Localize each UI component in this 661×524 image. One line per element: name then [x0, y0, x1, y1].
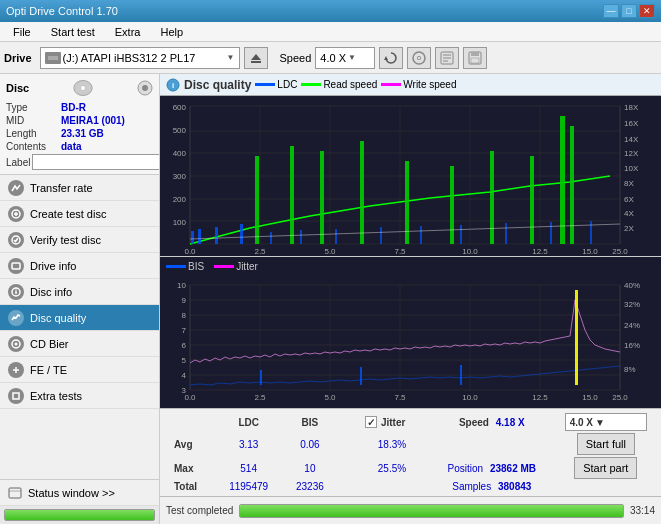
- jitter-checkbox[interactable]: ✓: [365, 416, 377, 428]
- svg-rect-78: [360, 141, 364, 244]
- speed-selector[interactable]: 4.0 X ▼: [315, 47, 375, 69]
- sidebar-item-drive-info[interactable]: Drive info: [0, 253, 159, 279]
- stat-col-empty2: [337, 412, 357, 432]
- close-button[interactable]: ✕: [639, 4, 655, 18]
- legend-jitter: Jitter: [214, 261, 258, 272]
- sidebar-item-disc-info[interactable]: Disc info: [0, 279, 159, 305]
- svg-rect-124: [260, 370, 262, 385]
- sidebar-item-label: Verify test disc: [30, 234, 101, 246]
- svg-rect-75: [255, 156, 259, 244]
- eject-button[interactable]: [244, 47, 268, 69]
- drive-value: (J:) ATAPI iHBS312 2 PL17: [63, 52, 225, 64]
- menu-file[interactable]: File: [4, 23, 40, 41]
- legend-jitter-label: Jitter: [236, 261, 258, 272]
- sidebar-item-label: Create test disc: [30, 208, 106, 220]
- position-value: 23862 MB: [490, 463, 536, 474]
- legend-bis-label: BIS: [188, 261, 204, 272]
- svg-text:7: 7: [182, 326, 187, 335]
- drive-selector[interactable]: (J:) ATAPI iHBS312 2 PL17 ▼: [40, 47, 240, 69]
- titlebar: Opti Drive Control 1.70 — □ ✕: [0, 0, 661, 22]
- disc-panel-title: Disc: [6, 82, 29, 94]
- dropdown-arrow-icon: ▼: [227, 53, 235, 62]
- svg-point-26: [15, 289, 16, 290]
- svg-text:40%: 40%: [624, 281, 640, 290]
- svg-text:7.5: 7.5: [394, 393, 406, 402]
- svg-rect-1: [48, 56, 58, 60]
- cd-bier-icon: [8, 336, 24, 352]
- stat-col-speed-set: 4.0 X ▼: [557, 412, 655, 432]
- stats-area: LDC BIS ✓ Jitter Speed 4: [160, 408, 661, 496]
- svg-rect-81: [490, 151, 494, 244]
- max-row: Max 514 10 25.5% Position 23862 MB Start…: [166, 456, 655, 480]
- svg-rect-23: [12, 263, 20, 269]
- svg-text:16%: 16%: [624, 341, 640, 350]
- sidebar-item-create-test-disc[interactable]: Create test disc: [0, 201, 159, 227]
- legend-write-speed-label: Write speed: [403, 79, 456, 90]
- maximize-button[interactable]: □: [621, 4, 637, 18]
- disc-button[interactable]: [407, 47, 431, 69]
- stat-speed-selector[interactable]: 4.0 X ▼: [565, 413, 647, 431]
- label-input[interactable]: [32, 154, 160, 170]
- svg-text:10: 10: [177, 281, 186, 290]
- svg-rect-3: [251, 61, 261, 63]
- svg-text:0.0: 0.0: [184, 247, 196, 256]
- sidebar-item-label: Transfer rate: [30, 182, 93, 194]
- sidebar-item-label: Disc quality: [30, 312, 86, 324]
- save-button[interactable]: [463, 47, 487, 69]
- avg-jitter: 18.3%: [357, 432, 427, 456]
- extra-tests-icon: [8, 388, 24, 404]
- verify-test-disc-icon: [8, 232, 24, 248]
- sidebar-item-transfer-rate[interactable]: Transfer rate: [0, 175, 159, 201]
- sidebar: Disc Type BD-R MID MEIRA1 (001): [0, 74, 160, 524]
- minimize-button[interactable]: —: [603, 4, 619, 18]
- max-jitter: 25.5%: [357, 456, 427, 480]
- svg-text:14X: 14X: [624, 135, 639, 144]
- avg-label: Avg: [166, 432, 215, 456]
- drive-info-icon: [8, 258, 24, 274]
- svg-text:32%: 32%: [624, 300, 640, 309]
- svg-rect-87: [335, 229, 337, 244]
- sidebar-item-cd-bier[interactable]: CD Bier: [0, 331, 159, 357]
- status-window-button[interactable]: Status window >>: [0, 480, 159, 506]
- settings-button[interactable]: [435, 47, 459, 69]
- disc-mid-value: MEIRA1 (001): [61, 115, 125, 126]
- svg-rect-80: [450, 166, 454, 244]
- start-part-btn-cell: Start part: [557, 456, 655, 480]
- disc-contents-value: data: [61, 141, 82, 152]
- start-part-button[interactable]: Start part: [574, 457, 637, 479]
- sidebar-item-extra-tests[interactable]: Extra tests: [0, 383, 159, 409]
- total-row: Total 1195479 23236 Samples 380843: [166, 480, 655, 493]
- menu-start-test[interactable]: Start test: [42, 23, 104, 41]
- svg-point-18: [142, 85, 148, 91]
- menu-extra[interactable]: Extra: [106, 23, 150, 41]
- svg-text:8X: 8X: [624, 179, 634, 188]
- start-full-button[interactable]: Start full: [577, 433, 635, 455]
- chart-header: i Disc quality LDC Read speed Write spee…: [160, 74, 661, 96]
- svg-text:16X: 16X: [624, 119, 639, 128]
- status-window-label: Status window >>: [28, 487, 115, 499]
- legend-write-speed-color: [381, 83, 401, 86]
- toolbar: Drive (J:) ATAPI iHBS312 2 PL17 ▼ Speed …: [0, 42, 661, 74]
- svg-text:24%: 24%: [624, 321, 640, 330]
- stat-col-ldc: LDC: [215, 412, 283, 432]
- disc-info-icon: [8, 284, 24, 300]
- disc-settings-icon[interactable]: [137, 80, 153, 96]
- max-label: Max: [166, 456, 215, 480]
- svg-text:300: 300: [173, 172, 187, 181]
- menu-help[interactable]: Help: [151, 23, 192, 41]
- stat-col-jitter: ✓ Jitter: [357, 412, 427, 432]
- sidebar-item-disc-quality[interactable]: Disc quality: [0, 305, 159, 331]
- sidebar-item-verify-test-disc[interactable]: Verify test disc: [0, 227, 159, 253]
- svg-text:200: 200: [173, 195, 187, 204]
- legend-write-speed: Write speed: [381, 79, 456, 90]
- refresh-button[interactable]: [379, 47, 403, 69]
- stat-col-empty: [166, 412, 215, 432]
- svg-point-16: [81, 86, 86, 91]
- svg-text:4X: 4X: [624, 209, 634, 218]
- total-label: Total: [166, 480, 215, 493]
- samples-value: 380843: [498, 481, 531, 492]
- svg-rect-74: [240, 224, 243, 244]
- svg-rect-125: [360, 367, 362, 385]
- svg-rect-14: [471, 58, 479, 63]
- sidebar-item-fe-te[interactable]: FE / TE: [0, 357, 159, 383]
